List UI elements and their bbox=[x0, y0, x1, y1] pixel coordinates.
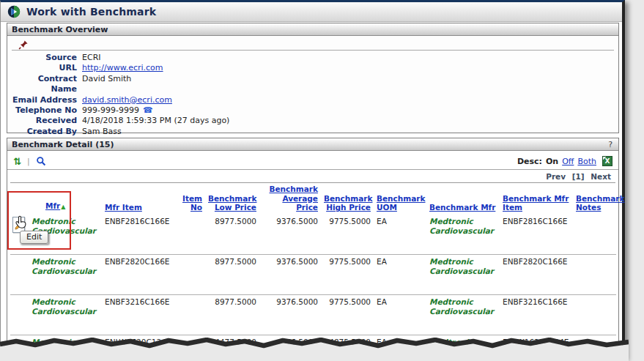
cell-uom: EA bbox=[374, 255, 427, 295]
col-header-link[interactable]: Benchmark Notes bbox=[576, 194, 625, 212]
current-page-indicator: [1] bbox=[572, 172, 585, 181]
col-header-mfr: Mfr▲ bbox=[29, 183, 103, 215]
screenshot-stage: Work with Benchmark Benchmark Overview S… bbox=[0, 0, 644, 361]
col-header-benchmark-mfr: Benchmark Mfr bbox=[427, 183, 500, 215]
email-link[interactable]: david.smith@ecri.com bbox=[82, 95, 172, 105]
col-header-mfr-link[interactable]: Mfr bbox=[45, 201, 60, 210]
col-header-benchmark-notes: Benchmark Notes bbox=[574, 183, 616, 215]
edit-tooltip: Edit bbox=[20, 231, 48, 244]
cell-mfr: Medtronic Cardiovascular bbox=[29, 255, 103, 295]
benchmark-overview-panel: Benchmark Overview Source ECRI URL bbox=[7, 23, 619, 133]
table-row: Medtronic Cardiovascular ENLW1620C124E 4… bbox=[10, 335, 616, 361]
table-row: Medtronic Cardiovascular ENBF2820C166E 8… bbox=[10, 255, 616, 295]
cell-item-no bbox=[172, 255, 206, 295]
search-icon[interactable] bbox=[36, 156, 46, 166]
cell-mfr-item: ENLW1620C124E bbox=[103, 335, 172, 361]
cell-mfr-item: ENBF3216C166E bbox=[103, 295, 172, 335]
cell-high-price: 9775.5000 bbox=[322, 255, 374, 295]
cell-benchmark-notes bbox=[574, 255, 616, 295]
col-header-high-price: Benchmark High Price bbox=[322, 183, 374, 215]
field-value: ECRI bbox=[82, 53, 101, 63]
overview-panel-title: Benchmark Overview bbox=[12, 25, 108, 34]
next-page-button[interactable]: Next bbox=[591, 172, 611, 181]
cell-avg-price: 9376.5000 bbox=[260, 255, 322, 295]
col-header-link[interactable]: Benchmark Average Price bbox=[270, 185, 319, 212]
cell-benchmark-notes bbox=[574, 335, 616, 361]
overview-panel-header: Benchmark Overview bbox=[7, 23, 618, 36]
pagination: Prev [1] Next bbox=[7, 170, 618, 182]
desc-off-link[interactable]: Off bbox=[562, 157, 574, 166]
cell-item-no bbox=[172, 335, 206, 361]
unpin-icon[interactable] bbox=[18, 40, 29, 50]
col-header-edit bbox=[10, 183, 29, 215]
cell-mfr-item: ENBF2820C166E bbox=[103, 255, 172, 295]
desc-label: Desc: bbox=[517, 157, 542, 166]
field-value: 4/18/2018 1:59:33 PM (27 days ago) bbox=[82, 116, 229, 126]
col-header-link[interactable]: Benchmark UOM bbox=[377, 194, 426, 212]
col-header-link[interactable]: Benchmark Mfr bbox=[429, 203, 495, 212]
col-header-link[interactable]: Benchmark Low Price bbox=[208, 194, 257, 212]
col-header-item-no: Item No bbox=[172, 183, 206, 215]
cell-benchmark-mfr: Medtronic Cardiovascular bbox=[427, 295, 500, 335]
field-email: Email Address david.smith@ecri.com bbox=[10, 95, 618, 105]
overview-separator bbox=[12, 50, 614, 51]
field-telephone: Telephone No 999-999-9999 ☎ bbox=[10, 105, 618, 116]
field-value: 999-999-9999 bbox=[82, 105, 139, 116]
app-logo-icon bbox=[7, 5, 21, 18]
col-header-avg-price: Benchmark Average Price bbox=[260, 183, 322, 215]
cell-avg-price: 4676.5000 bbox=[260, 335, 322, 361]
cell-benchmark-notes bbox=[574, 215, 616, 255]
cell-low-price: 8977.5000 bbox=[206, 295, 260, 335]
app-titlebar: Work with Benchmark bbox=[1, 2, 622, 22]
cell-benchmark-notes bbox=[574, 295, 616, 335]
desc-on-selected: On bbox=[546, 157, 558, 166]
refresh-icon[interactable]: ⇅ bbox=[13, 157, 21, 166]
col-header-link[interactable]: Benchmark Mfr Item bbox=[503, 194, 569, 212]
col-header-link[interactable]: Benchmark High Price bbox=[324, 194, 373, 212]
cell-uom: EA bbox=[374, 215, 427, 255]
field-contract-name: Contract Name David Smith bbox=[10, 74, 618, 95]
cell-low-price: 4477.5000 bbox=[206, 335, 260, 361]
cell-mfr: Medtronic Cardiovascular bbox=[29, 295, 103, 335]
cell-benchmark-mfr: Medtronic Cardiovascular bbox=[427, 215, 500, 255]
cell-avg-price: 9376.5000 bbox=[260, 295, 322, 335]
field-source: Source ECRI bbox=[10, 53, 618, 63]
desc-both-link[interactable]: Both bbox=[577, 157, 596, 166]
col-header-link[interactable]: Mfr Item bbox=[105, 203, 142, 212]
excel-export-icon[interactable]: X bbox=[602, 156, 612, 166]
table-row: Medtronic Cardiovascular ENBF2816C166E 8… bbox=[10, 215, 616, 255]
cell-benchmark-mfr: Medtronic Cardiovascular bbox=[427, 335, 500, 361]
cell-benchmark-mfr-item: ENBF2820C166E bbox=[500, 255, 574, 295]
phone-icon[interactable]: ☎ bbox=[143, 105, 153, 116]
field-created-by: Created By Sam Bass bbox=[10, 127, 618, 137]
cell-low-price: 8977.5000 bbox=[206, 215, 260, 255]
toolbar-divider: | bbox=[27, 157, 30, 166]
sort-ascending-icon: ▲ bbox=[61, 204, 65, 210]
cell-edit bbox=[10, 335, 29, 361]
detail-panel-header: Benchmark Detail (15) ? bbox=[7, 138, 618, 151]
cell-benchmark-mfr-item: ENBF3216C166E bbox=[500, 295, 574, 335]
field-label: Contract Name bbox=[10, 74, 82, 95]
prev-page-button[interactable]: Prev bbox=[546, 172, 566, 181]
benchmark-table: Mfr▲ Mfr Item Item No Benchmark Low Pric… bbox=[10, 182, 615, 361]
field-label: Email Address bbox=[10, 95, 82, 105]
table-row: Medtronic Cardiovascular ENBF3216C166E 8… bbox=[10, 295, 616, 335]
cell-avg-price: 9376.5000 bbox=[260, 215, 322, 255]
cell-item-no bbox=[172, 215, 206, 255]
page-title: Work with Benchmark bbox=[26, 6, 156, 18]
field-received: Received 4/18/2018 1:59:33 PM (27 days a… bbox=[10, 116, 618, 126]
col-header-uom: Benchmark UOM bbox=[374, 183, 427, 215]
url-link[interactable]: http://www.ecri.com bbox=[82, 63, 163, 73]
cell-high-price: 9775.5000 bbox=[322, 295, 374, 335]
help-icon[interactable]: ? bbox=[608, 140, 614, 149]
field-label: URL bbox=[10, 63, 82, 73]
cell-mfr: Medtronic Cardiovascular bbox=[29, 335, 103, 361]
cell-edit bbox=[10, 255, 29, 295]
field-value: David Smith bbox=[82, 74, 131, 95]
col-header-link[interactable]: Item No bbox=[182, 194, 202, 212]
cell-benchmark-mfr-item: ENBF2816C166E bbox=[500, 215, 574, 255]
field-value: Sam Bass bbox=[82, 127, 122, 137]
field-label: Received bbox=[10, 116, 82, 126]
cell-item-no bbox=[172, 295, 206, 335]
cell-low-price: 8977.5000 bbox=[206, 255, 260, 295]
